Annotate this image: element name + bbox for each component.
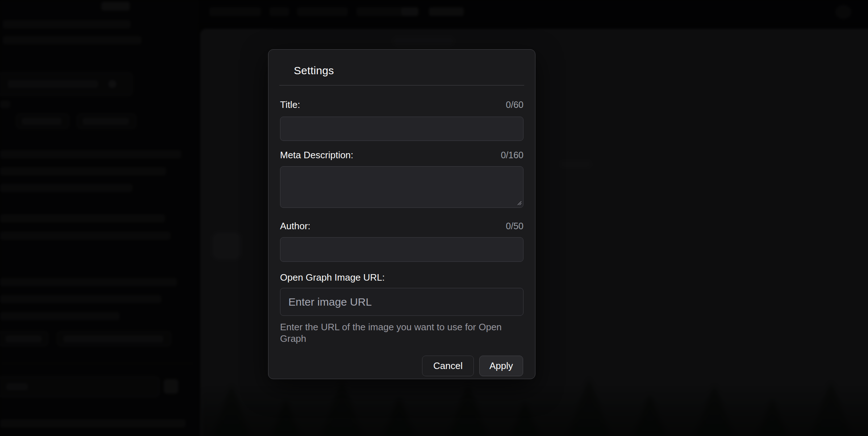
meta-description-textarea[interactable] <box>280 166 523 208</box>
title-label: Title: <box>280 99 300 110</box>
apply-button[interactable]: Apply <box>479 356 523 376</box>
field-title: Title: 0/60 <box>280 99 523 141</box>
cancel-button[interactable]: Cancel <box>422 356 474 376</box>
author-label: Author: <box>280 220 310 232</box>
meta-description-label: Meta Description: <box>280 149 353 161</box>
author-char-counter: 0/50 <box>506 220 523 232</box>
title-input[interactable] <box>280 117 523 141</box>
settings-dialog: Settings Title: 0/60 Meta Description: 0… <box>268 49 535 379</box>
og-image-url-helper-text: Enter the URL of the image you want to u… <box>280 321 523 344</box>
og-image-url-input[interactable] <box>280 288 523 316</box>
field-author: Author: 0/50 <box>280 220 523 262</box>
author-input[interactable] <box>280 237 523 262</box>
og-image-url-label: Open Graph Image URL: <box>280 272 385 283</box>
title-char-counter: 0/60 <box>506 99 523 110</box>
field-og-image-url: Open Graph Image URL: <box>280 272 523 316</box>
dialog-title: Settings <box>294 64 523 77</box>
meta-description-char-counter: 0/160 <box>501 149 523 161</box>
dialog-actions: Cancel Apply <box>280 356 523 376</box>
resize-handle-icon[interactable] <box>517 200 522 205</box>
field-meta-description: Meta Description: 0/160 <box>280 149 523 208</box>
dialog-divider <box>279 85 524 85</box>
